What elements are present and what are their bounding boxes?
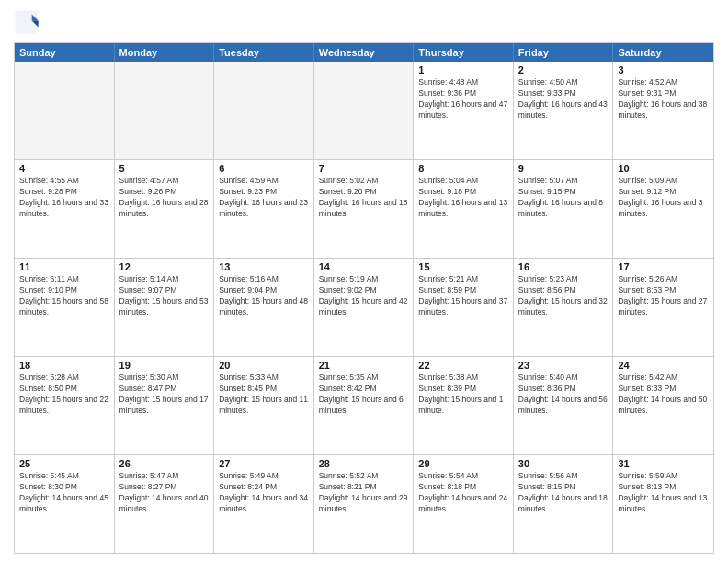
calendar-body: 1Sunrise: 4:48 AMSunset: 9:36 PMDaylight… — [15, 62, 713, 553]
day-number: 3 — [618, 64, 709, 75]
day-number: 1 — [418, 64, 508, 75]
day-number: 10 — [618, 163, 709, 174]
calendar-cell: 30Sunrise: 5:56 AMSunset: 8:15 PMDayligh… — [514, 455, 614, 553]
day-info: Sunrise: 5:40 AMSunset: 8:36 PMDaylight:… — [518, 373, 609, 417]
day-info: Sunrise: 5:28 AMSunset: 8:50 PMDaylight:… — [19, 373, 109, 417]
day-number: 19 — [119, 360, 210, 371]
page: SundayMondayTuesdayWednesdayThursdayFrid… — [0, 0, 728, 563]
day-info: Sunrise: 5:35 AMSunset: 8:42 PMDaylight:… — [319, 373, 409, 417]
day-info: Sunrise: 5:30 AMSunset: 8:47 PMDaylight:… — [119, 373, 210, 417]
day-number: 23 — [518, 360, 609, 371]
day-number: 30 — [518, 458, 609, 469]
day-info: Sunrise: 4:52 AMSunset: 9:31 PMDaylight:… — [618, 77, 709, 121]
day-info: Sunrise: 5:14 AMSunset: 9:07 PMDaylight:… — [119, 274, 210, 318]
day-info: Sunrise: 5:19 AMSunset: 9:02 PMDaylight:… — [319, 274, 409, 318]
calendar-cell: 5Sunrise: 4:57 AMSunset: 9:26 PMDaylight… — [115, 160, 215, 258]
day-number: 9 — [518, 163, 609, 174]
calendar-cell: 3Sunrise: 4:52 AMSunset: 9:31 PMDaylight… — [613, 62, 713, 159]
day-number: 24 — [618, 360, 709, 371]
day-number: 11 — [19, 261, 109, 272]
calendar-header-row: SundayMondayTuesdayWednesdayThursdayFrid… — [15, 43, 713, 62]
calendar-cell: 9Sunrise: 5:07 AMSunset: 9:15 PMDaylight… — [514, 160, 614, 258]
day-number: 18 — [19, 360, 109, 371]
calendar-cell: 8Sunrise: 5:04 AMSunset: 9:18 PMDaylight… — [414, 160, 514, 258]
day-info: Sunrise: 5:38 AMSunset: 8:39 PMDaylight:… — [418, 373, 508, 417]
day-number: 22 — [418, 360, 508, 371]
day-info: Sunrise: 5:33 AMSunset: 8:45 PMDaylight:… — [219, 373, 309, 417]
calendar-week-row: 1Sunrise: 4:48 AMSunset: 9:36 PMDaylight… — [15, 62, 713, 159]
calendar-header-cell: Friday — [514, 43, 614, 62]
calendar-cell: 2Sunrise: 4:50 AMSunset: 9:33 PMDaylight… — [514, 62, 614, 159]
day-info: Sunrise: 5:59 AMSunset: 8:13 PMDaylight:… — [618, 471, 709, 515]
day-number: 12 — [119, 261, 210, 272]
calendar-cell: 22Sunrise: 5:38 AMSunset: 8:39 PMDayligh… — [414, 357, 514, 454]
day-number: 28 — [319, 458, 409, 469]
calendar-cell — [15, 62, 115, 159]
calendar-week-row: 18Sunrise: 5:28 AMSunset: 8:50 PMDayligh… — [15, 356, 713, 454]
day-number: 13 — [219, 261, 309, 272]
calendar-cell: 31Sunrise: 5:59 AMSunset: 8:13 PMDayligh… — [613, 455, 713, 553]
calendar-cell — [314, 62, 415, 159]
calendar-cell: 15Sunrise: 5:21 AMSunset: 8:59 PMDayligh… — [414, 259, 514, 356]
calendar-header-cell: Sunday — [15, 43, 115, 62]
day-info: Sunrise: 5:04 AMSunset: 9:18 PMDaylight:… — [418, 176, 508, 220]
calendar-cell: 17Sunrise: 5:26 AMSunset: 8:53 PMDayligh… — [613, 259, 713, 356]
day-info: Sunrise: 5:11 AMSunset: 9:10 PMDaylight:… — [19, 274, 109, 318]
calendar-cell — [115, 62, 215, 159]
day-info: Sunrise: 5:42 AMSunset: 8:33 PMDaylight:… — [618, 373, 709, 417]
day-number: 17 — [618, 261, 709, 272]
day-info: Sunrise: 5:52 AMSunset: 8:21 PMDaylight:… — [319, 471, 409, 515]
calendar-cell: 12Sunrise: 5:14 AMSunset: 9:07 PMDayligh… — [115, 259, 215, 356]
day-number: 21 — [319, 360, 409, 371]
day-number: 16 — [518, 261, 609, 272]
calendar-cell: 24Sunrise: 5:42 AMSunset: 8:33 PMDayligh… — [613, 357, 713, 454]
day-number: 20 — [219, 360, 309, 371]
day-info: Sunrise: 5:21 AMSunset: 8:59 PMDaylight:… — [418, 274, 508, 318]
day-number: 26 — [119, 458, 210, 469]
day-info: Sunrise: 5:09 AMSunset: 9:12 PMDaylight:… — [618, 176, 709, 220]
day-info: Sunrise: 5:47 AMSunset: 8:27 PMDaylight:… — [119, 471, 210, 515]
calendar-cell: 28Sunrise: 5:52 AMSunset: 8:21 PMDayligh… — [314, 455, 415, 553]
calendar-header-cell: Monday — [115, 43, 215, 62]
day-info: Sunrise: 5:56 AMSunset: 8:15 PMDaylight:… — [518, 471, 609, 515]
day-number: 15 — [418, 261, 508, 272]
day-info: Sunrise: 4:59 AMSunset: 9:23 PMDaylight:… — [219, 176, 309, 220]
day-number: 6 — [219, 163, 309, 174]
calendar-cell: 13Sunrise: 5:16 AMSunset: 9:04 PMDayligh… — [214, 259, 314, 356]
day-info: Sunrise: 4:48 AMSunset: 9:36 PMDaylight:… — [418, 77, 508, 121]
calendar-cell: 4Sunrise: 4:55 AMSunset: 9:28 PMDaylight… — [15, 160, 115, 258]
day-info: Sunrise: 5:16 AMSunset: 9:04 PMDaylight:… — [219, 274, 309, 318]
calendar-cell: 14Sunrise: 5:19 AMSunset: 9:02 PMDayligh… — [314, 259, 415, 356]
day-number: 5 — [119, 163, 210, 174]
calendar-cell: 25Sunrise: 5:45 AMSunset: 8:30 PMDayligh… — [15, 455, 115, 553]
calendar-cell: 26Sunrise: 5:47 AMSunset: 8:27 PMDayligh… — [115, 455, 215, 553]
calendar-header-cell: Tuesday — [214, 43, 314, 62]
calendar-header-cell: Thursday — [414, 43, 514, 62]
calendar-cell: 27Sunrise: 5:49 AMSunset: 8:24 PMDayligh… — [214, 455, 314, 553]
day-number: 25 — [19, 458, 109, 469]
day-info: Sunrise: 4:50 AMSunset: 9:33 PMDaylight:… — [518, 77, 609, 121]
day-info: Sunrise: 5:49 AMSunset: 8:24 PMDaylight:… — [219, 471, 309, 515]
calendar-cell: 21Sunrise: 5:35 AMSunset: 8:42 PMDayligh… — [314, 357, 415, 454]
calendar-week-row: 11Sunrise: 5:11 AMSunset: 9:10 PMDayligh… — [15, 258, 713, 356]
calendar-cell: 1Sunrise: 4:48 AMSunset: 9:36 PMDaylight… — [414, 62, 514, 159]
day-number: 7 — [319, 163, 409, 174]
day-info: Sunrise: 5:26 AMSunset: 8:53 PMDaylight:… — [618, 274, 709, 318]
day-info: Sunrise: 5:02 AMSunset: 9:20 PMDaylight:… — [319, 176, 409, 220]
day-number: 27 — [219, 458, 309, 469]
calendar-header-cell: Wednesday — [314, 43, 415, 62]
day-number: 14 — [319, 261, 409, 272]
calendar-week-row: 4Sunrise: 4:55 AMSunset: 9:28 PMDaylight… — [15, 159, 713, 258]
calendar-cell: 20Sunrise: 5:33 AMSunset: 8:45 PMDayligh… — [214, 357, 314, 454]
day-info: Sunrise: 4:57 AMSunset: 9:26 PMDaylight:… — [119, 176, 210, 220]
calendar-header-cell: Saturday — [613, 43, 713, 62]
day-info: Sunrise: 4:55 AMSunset: 9:28 PMDaylight:… — [19, 176, 109, 220]
day-number: 2 — [518, 64, 609, 75]
calendar-cell: 7Sunrise: 5:02 AMSunset: 9:20 PMDaylight… — [314, 160, 415, 258]
day-info: Sunrise: 5:54 AMSunset: 8:18 PMDaylight:… — [418, 471, 508, 515]
calendar-cell: 16Sunrise: 5:23 AMSunset: 8:56 PMDayligh… — [514, 259, 614, 356]
day-number: 8 — [418, 163, 508, 174]
calendar-week-row: 25Sunrise: 5:45 AMSunset: 8:30 PMDayligh… — [15, 454, 713, 553]
calendar-cell: 18Sunrise: 5:28 AMSunset: 8:50 PMDayligh… — [15, 357, 115, 454]
day-info: Sunrise: 5:07 AMSunset: 9:15 PMDaylight:… — [518, 176, 609, 220]
